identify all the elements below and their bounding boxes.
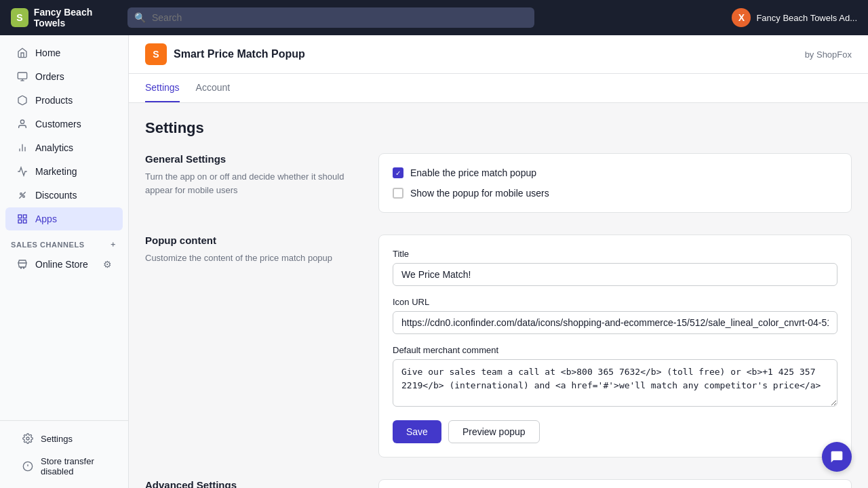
enable-popup-row[interactable]: ✓ Enable the price match popup <box>393 167 837 178</box>
settings-label: Settings <box>41 434 73 444</box>
general-settings-section: General Settings Turn the app on or off … <box>145 153 852 213</box>
app-header: S Smart Price Match Popup by ShopFox <box>129 35 868 74</box>
topbar: S Fancy Beach Towels 🔍 X Fancy Beach Tow… <box>0 0 868 35</box>
mobile-popup-checkbox[interactable] <box>393 188 403 199</box>
account-avatar[interactable]: X <box>732 8 751 27</box>
general-settings-card: ✓ Enable the price match popup Show the … <box>378 153 852 213</box>
online-store-icon <box>16 258 28 270</box>
app-header-left: S Smart Price Match Popup <box>145 43 305 65</box>
sidebar-item-discounts[interactable]: Discounts <box>5 184 123 207</box>
advanced-settings-card: If the popup isn't showing up on your st… <box>378 479 852 488</box>
sidebar-item-label: Customers <box>35 119 81 129</box>
sidebar-item-label: Discounts <box>35 190 77 201</box>
sidebar-item-products[interactable]: Products <box>5 89 123 112</box>
svg-point-15 <box>23 268 24 268</box>
preview-popup-button[interactable]: Preview popup <box>448 420 540 443</box>
advanced-settings-section: Advanced Settings If the popup isn't sho… <box>145 479 852 488</box>
sidebar-item-marketing[interactable]: Marketing <box>5 160 123 183</box>
sidebar-nav: Home Orders Products Customers <box>0 35 128 420</box>
icon-url-label: Icon URL <box>393 297 837 307</box>
popup-content-heading: Popup content <box>145 235 362 246</box>
sidebar-item-apps[interactable]: Apps <box>5 207 123 230</box>
sidebar: Home Orders Products Customers <box>0 35 129 488</box>
search-bar[interactable]: 🔍 <box>127 7 534 28</box>
brand-name: Fancy Beach Towels <box>34 7 119 28</box>
enable-popup-label: Enable the price match popup <box>410 167 536 178</box>
add-sales-channel-icon[interactable]: ＋ <box>109 239 117 249</box>
general-settings-info: General Settings Turn the app on or off … <box>145 153 362 213</box>
title-input[interactable] <box>393 263 837 286</box>
settings-icon <box>22 432 34 445</box>
title-field-group: Title <box>393 249 837 286</box>
title-label: Title <box>393 249 837 259</box>
sidebar-item-label: Analytics <box>35 142 73 153</box>
marketing-icon <box>16 165 28 178</box>
customers-icon <box>16 118 28 130</box>
app-icon: S <box>145 43 167 65</box>
popup-content-section: Popup content Customize the content of t… <box>145 235 852 458</box>
topbar-right: X Fancy Beach Towels Ad... <box>732 8 857 27</box>
account-name: Fancy Beach Towels Ad... <box>756 13 857 23</box>
page-title: Settings <box>145 119 852 137</box>
enable-popup-checkbox[interactable]: ✓ <box>393 167 403 178</box>
sidebar-item-label: Apps <box>35 214 57 224</box>
sidebar-item-label: Orders <box>35 71 64 82</box>
analytics-icon <box>16 142 28 154</box>
online-store-label: Online Store <box>35 259 88 270</box>
svg-rect-12 <box>18 220 22 223</box>
popup-content-desc: Customize the content of the price match… <box>145 251 362 265</box>
sidebar-item-orders[interactable]: Orders <box>5 65 123 88</box>
save-button[interactable]: Save <box>393 420 441 443</box>
chat-bubble-button[interactable] <box>822 442 852 472</box>
content-area: S Smart Price Match Popup by ShopFox Set… <box>129 35 868 488</box>
sales-channels-label: SALES CHANNELS ＋ <box>0 231 128 252</box>
comment-field-group: Default merchant comment Give our sales … <box>393 345 837 409</box>
tab-settings[interactable]: Settings <box>145 74 180 102</box>
svg-point-7 <box>20 193 22 195</box>
advanced-settings-info: Advanced Settings <box>145 479 362 488</box>
tab-account[interactable]: Account <box>196 74 231 102</box>
general-settings-heading: General Settings <box>145 153 362 165</box>
brand: S Fancy Beach Towels <box>11 7 119 28</box>
popup-content-buttons: Save Preview popup <box>393 420 837 443</box>
sidebar-item-settings[interactable]: Settings <box>11 427 117 450</box>
orders-icon <box>16 70 28 83</box>
page-body: Settings General Settings Turn the app o… <box>129 103 868 488</box>
popup-content-card: Title Icon URL Default merchant comment … <box>378 235 852 458</box>
advanced-settings-heading: Advanced Settings <box>145 479 362 488</box>
brand-icon: S <box>11 8 28 27</box>
svg-rect-0 <box>18 73 26 79</box>
sidebar-item-label: Home <box>35 47 60 58</box>
sidebar-item-customers[interactable]: Customers <box>5 113 123 136</box>
search-input[interactable] <box>127 7 534 28</box>
sidebar-item-label: Marketing <box>35 166 77 177</box>
comment-label: Default merchant comment <box>393 345 837 355</box>
store-transfer-label: Store transfer disabled <box>41 456 106 476</box>
sidebar-item-online-store[interactable]: Online Store ⚙ <box>5 253 123 276</box>
app-title: Smart Price Match Popup <box>174 48 305 60</box>
general-settings-desc: Turn the app on or off and decide whethe… <box>145 170 362 197</box>
icon-url-input[interactable] <box>393 311 837 334</box>
search-icon: 🔍 <box>134 12 146 23</box>
sidebar-footer: Settings Store transfer disabled <box>0 420 128 488</box>
svg-rect-11 <box>23 215 26 218</box>
discounts-icon <box>16 189 28 201</box>
comment-textarea[interactable]: Give our sales team a call at <b>800 365… <box>393 359 837 407</box>
svg-rect-13 <box>23 220 26 223</box>
sidebar-item-store-transfer[interactable]: Store transfer disabled <box>11 451 117 482</box>
svg-point-3 <box>20 120 24 123</box>
home-icon <box>16 47 28 59</box>
mobile-popup-row[interactable]: Show the popup for mobile users <box>393 188 837 199</box>
svg-point-8 <box>23 196 25 198</box>
tabs-bar: Settings Account <box>129 74 868 103</box>
svg-rect-10 <box>18 215 22 218</box>
icon-url-field-group: Icon URL <box>393 297 837 334</box>
info-icon <box>22 460 34 472</box>
popup-content-info: Popup content Customize the content of t… <box>145 235 362 458</box>
sidebar-item-label: Products <box>35 95 73 106</box>
main-layout: Home Orders Products Customers <box>0 35 868 488</box>
sidebar-item-home[interactable]: Home <box>5 41 123 64</box>
products-icon <box>16 94 28 106</box>
online-store-settings-icon[interactable]: ⚙ <box>103 259 112 270</box>
sidebar-item-analytics[interactable]: Analytics <box>5 136 123 159</box>
